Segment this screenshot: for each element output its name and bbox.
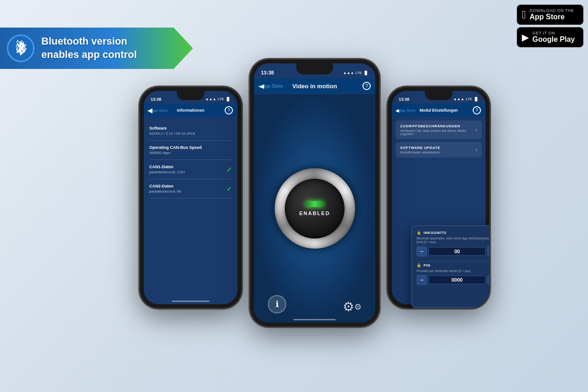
phone-center-back[interactable]: ◀ (260, 83, 264, 90)
header-text: Bluetooth version enables app control (41, 35, 137, 61)
phone-right-back[interactable]: ◀ (396, 108, 399, 113)
bluetooth-icon: ☃ (7, 34, 34, 62)
phone-center-screen: 13:38 ▲▲▲ LTE ▐▌ ◀ App Store ◀ Video in … (254, 63, 375, 323)
pin-lock-icon: 🔒 (417, 263, 421, 267)
inkognito-value: 00 (429, 247, 486, 256)
phone-center: 13:38 ▲▲▲ LTE ▐▌ ◀ App Store ◀ Video in … (250, 60, 379, 326)
phone-left: 13:38 ▲▲▲ LTE ▐▌ ◀ App Store ◀ Informati… (140, 87, 241, 308)
phone-center-home-indicator (294, 319, 336, 320)
phone-right-navbar: ◀ App Store ◀ Modul Einstellungen ? (392, 104, 486, 117)
phones-container: 13:38 ▲▲▲ LTE ▐▌ ◀ App Store ◀ Informati… (46, 60, 583, 383)
popup-overlay: 🔒 INKOGNITO Bluetooth abschalten, wenn k… (411, 225, 489, 308)
inkognito-minus-btn[interactable]: − (417, 246, 427, 256)
phone-left-screen: 13:38 ▲▲▲ LTE ▐▌ ◀ App Store ◀ Informati… (144, 91, 237, 304)
inkognito-lock-icon: 🔒 (417, 231, 421, 235)
phone-left-notch (177, 91, 204, 100)
info-row-software: Software 42249-1 / 2.11 / 04-10-2018 (149, 121, 232, 141)
pin-minus-btn[interactable]: − (417, 275, 427, 285)
can1-checkmark: ✓ (226, 166, 232, 173)
info-row-can2: CAN2-Daten packets/second: 66 ✓ (149, 179, 232, 199)
pin-setting: 🔒 PIN Pincode zum Verbinden setzen (0 = … (417, 263, 489, 285)
app-badges:  Download on the App Store ▶ GET IT ON … (517, 5, 583, 47)
google-play-icon: ▶ (522, 32, 529, 43)
pin-header: 🔒 PIN (417, 263, 489, 267)
phone-right: 13:38 ▲▲▲ LTE ▐▌ ◀ App Store ◀ Modul Ein… (388, 87, 489, 308)
pin-control: − 0000 + (417, 275, 489, 285)
phone-center-content: codalpinco ENABLED ℹ (254, 94, 375, 323)
knob-label: ENABLED (299, 210, 330, 216)
pin-plus-btn[interactable]: + (487, 275, 489, 285)
chevron-update: › (475, 147, 477, 153)
gear-icon-small: ⚙ (354, 302, 362, 312)
header-banner: ☃ Bluetooth version enables app control (0, 28, 193, 69)
phone-left-navbar: ◀ App Store ◀ Informationen ? (144, 104, 237, 117)
bluetooth-symbol-svg (14, 40, 28, 57)
knob-led (305, 201, 324, 207)
phone-center-notch (296, 63, 333, 74)
phone-center-navbar: ◀ App Store ◀ Video in motion ? (254, 79, 375, 93)
phone-center-status-icons: ▲▲▲ LTE ▐▌ (343, 71, 368, 75)
phone2-bottom-bar: ℹ ⚙ ⚙ (254, 295, 375, 313)
gear-icon-container: ⚙ ⚙ (343, 297, 362, 312)
inkognito-control: − 00 + (417, 246, 489, 256)
inkognito-setting: 🔒 INKOGNITO Bluetooth abschalten, wenn k… (417, 231, 489, 256)
module-row-update[interactable]: SOFTWARE UPDATE Modulfirmware aktualisie… (396, 142, 482, 158)
phone-left-content: Software 42249-1 / 2.11 / 04-10-2018 Ope… (144, 118, 237, 304)
module-row-access[interactable]: ZUGRIFFSBESCHRÄNKUNGEN Verhindern Sie, d… (396, 120, 482, 139)
phone-left-status-icons: ▲▲▲ LTE ▐▌ (205, 97, 231, 101)
appstore-badge-text: Download on the App Store (530, 8, 574, 21)
can2-checkmark: ✓ (226, 185, 232, 193)
info-row-can-speed: Operating CAN-Bus Speed 500000 kbps (149, 141, 232, 160)
phone-right-notch (425, 91, 452, 100)
inkognito-plus-btn[interactable]: + (487, 246, 489, 256)
phone-right-status-icons: ▲▲▲ LTE ▐▌ (453, 97, 479, 101)
info-icon-button[interactable]: ℹ (268, 295, 286, 313)
googleplay-badge-text: GET IT ON Google Play (532, 31, 575, 44)
inkognito-header: 🔒 INKOGNITO (417, 231, 489, 235)
apple-icon:  (522, 8, 526, 21)
appstore-badge[interactable]:  Download on the App Store (517, 5, 583, 25)
popup-divider (417, 261, 489, 261)
pin-value: 0000 (429, 276, 486, 284)
info-row-can1: CAN1-Daten packets/second: 1197 ✓ (149, 160, 232, 179)
knob-container[interactable]: ENABLED (273, 167, 356, 250)
knob-inner: ENABLED (285, 179, 345, 239)
gear-icon-main[interactable]: ⚙ (343, 299, 354, 314)
googleplay-badge[interactable]: ▶ GET IT ON Google Play (517, 27, 583, 47)
chevron-access: › (475, 127, 477, 133)
phone-left-home-indicator (172, 301, 209, 302)
phone-left-back[interactable]: ◀ (147, 107, 153, 114)
